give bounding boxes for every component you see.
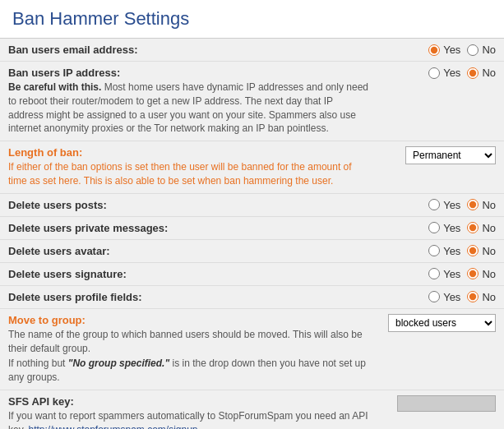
- control-delete-posts: Yes No: [378, 193, 504, 216]
- ban-email-no-radio[interactable]: [467, 44, 479, 56]
- row-move-group: Move to group: The name of the group to …: [0, 308, 504, 390]
- ban-ip-no-radio[interactable]: [467, 67, 479, 79]
- delete-sig-yes-radio[interactable]: [428, 268, 440, 279]
- delete-profile-no-text: No: [482, 291, 496, 303]
- delete-sig-yes-label[interactable]: Yes: [428, 268, 460, 280]
- settings-table: Ban users email address: Yes No Ban: [0, 39, 504, 429]
- ban-email-yes-label[interactable]: Yes: [428, 44, 460, 56]
- label-delete-profile: Delete users profile fields:: [0, 285, 378, 308]
- ban-length-desc: If either of the ban options is set then…: [8, 160, 370, 188]
- radio-pair-ban-email: Yes No: [386, 44, 496, 56]
- ban-ip-label: Ban users IP address:: [8, 67, 120, 79]
- control-delete-pm: Yes No: [378, 216, 504, 239]
- ban-ip-desc-bold: Be careful with this.: [8, 81, 101, 93]
- delete-pm-label: Delete users private messages:: [8, 222, 168, 234]
- radio-pair-delete-posts: Yes No: [386, 199, 496, 211]
- delete-pm-no-radio[interactable]: [467, 222, 479, 233]
- delete-sig-label: Delete users signature:: [8, 268, 127, 280]
- row-delete-pm: Delete users private messages: Yes No: [0, 216, 504, 239]
- control-delete-sig: Yes No: [378, 262, 504, 285]
- delete-avatar-no-label[interactable]: No: [467, 245, 496, 257]
- page-title: Ban Hammer Settings: [0, 0, 504, 39]
- move-group-label: Move to group:: [8, 314, 86, 326]
- delete-posts-no-text: No: [482, 199, 496, 211]
- control-delete-avatar: Yes No: [378, 239, 504, 262]
- row-ban-email: Ban users email address: Yes No: [0, 39, 504, 62]
- control-move-group: blocked users No group specified: [378, 308, 504, 390]
- sfs-api-link[interactable]: http://www.stopforumspam.com/signup: [28, 424, 197, 429]
- delete-pm-no-text: No: [482, 222, 496, 234]
- row-ban-ip: Ban users IP address: Be careful with th…: [0, 62, 504, 141]
- label-ban-email: Ban users email address:: [0, 39, 378, 62]
- ban-email-no-text: No: [482, 44, 496, 56]
- delete-posts-yes-radio[interactable]: [428, 199, 440, 210]
- ban-ip-desc: Be careful with this. Most home users ha…: [8, 81, 370, 136]
- row-delete-posts: Delete users posts: Yes No: [0, 193, 504, 216]
- ban-length-label: Length of ban:: [8, 146, 82, 159]
- ban-ip-yes-radio[interactable]: [428, 67, 440, 79]
- row-delete-profile: Delete users profile fields: Yes No: [0, 285, 504, 308]
- ban-ip-yes-label[interactable]: Yes: [428, 67, 460, 79]
- move-group-desc2: If nothing but "No group specified." is …: [8, 357, 370, 385]
- label-ban-ip: Ban users IP address: Be careful with th…: [0, 62, 378, 141]
- sfs-api-desc-suffix: .: [198, 424, 201, 429]
- delete-profile-yes-radio[interactable]: [428, 291, 440, 302]
- label-ban-length: Length of ban: If either of the ban opti…: [0, 141, 378, 194]
- control-ban-email: Yes No: [378, 39, 504, 62]
- radio-pair-delete-profile: Yes No: [386, 291, 496, 303]
- label-delete-sig: Delete users signature:: [0, 262, 378, 285]
- ban-ip-no-label[interactable]: No: [467, 67, 496, 79]
- delete-profile-yes-label[interactable]: Yes: [428, 291, 460, 303]
- radio-pair-delete-avatar: Yes No: [386, 245, 496, 257]
- control-ban-ip: Yes No: [378, 62, 504, 141]
- move-group-desc2-bold: "No group specified.": [68, 358, 169, 369]
- ban-email-yes-text: Yes: [443, 44, 460, 56]
- ban-email-label: Ban users email address:: [8, 44, 138, 56]
- delete-avatar-label: Delete users avatar:: [8, 245, 110, 257]
- radio-pair-delete-sig: Yes No: [386, 268, 496, 280]
- label-move-group: Move to group: The name of the group to …: [0, 308, 378, 390]
- sfs-api-input[interactable]: [397, 395, 496, 412]
- delete-sig-yes-text: Yes: [443, 268, 460, 280]
- delete-pm-yes-label[interactable]: Yes: [428, 222, 460, 234]
- move-group-select[interactable]: blocked users No group specified: [388, 314, 496, 332]
- delete-avatar-yes-label[interactable]: Yes: [428, 245, 460, 257]
- sfs-api-label: SFS API key:: [8, 395, 74, 408]
- ban-ip-no-text: No: [482, 67, 496, 79]
- delete-pm-yes-radio[interactable]: [428, 222, 440, 233]
- delete-profile-label: Delete users profile fields:: [8, 291, 142, 303]
- ban-length-select[interactable]: Permanent 1 Day 1 Week 1 Month: [405, 146, 496, 164]
- control-sfs-api: [378, 390, 504, 429]
- delete-posts-no-radio[interactable]: [467, 199, 479, 210]
- delete-sig-no-text: No: [482, 268, 496, 280]
- row-delete-sig: Delete users signature: Yes No: [0, 262, 504, 285]
- delete-profile-yes-text: Yes: [443, 291, 460, 303]
- delete-profile-no-label[interactable]: No: [467, 291, 496, 303]
- delete-sig-no-label[interactable]: No: [467, 268, 496, 280]
- label-sfs-api: SFS API key: If you want to report spamm…: [0, 390, 378, 429]
- control-delete-profile: Yes No: [378, 285, 504, 308]
- delete-avatar-no-radio[interactable]: [467, 245, 479, 256]
- delete-posts-yes-text: Yes: [443, 199, 460, 211]
- row-ban-length: Length of ban: If either of the ban opti…: [0, 141, 504, 194]
- label-delete-pm: Delete users private messages:: [0, 216, 378, 239]
- delete-avatar-yes-radio[interactable]: [428, 245, 440, 256]
- delete-pm-yes-text: Yes: [443, 222, 460, 234]
- radio-pair-ban-ip: Yes No: [386, 67, 496, 79]
- ban-email-no-label[interactable]: No: [467, 44, 496, 56]
- delete-pm-no-label[interactable]: No: [467, 222, 496, 234]
- delete-profile-no-radio[interactable]: [467, 291, 479, 302]
- label-delete-avatar: Delete users avatar:: [0, 239, 378, 262]
- row-delete-avatar: Delete users avatar: Yes No: [0, 239, 504, 262]
- row-sfs-api: SFS API key: If you want to report spamm…: [0, 390, 504, 429]
- label-delete-posts: Delete users posts:: [0, 193, 378, 216]
- ban-email-yes-radio[interactable]: [428, 44, 440, 56]
- delete-sig-no-radio[interactable]: [467, 268, 479, 279]
- page-container: Ban Hammer Settings Ban users email addr…: [0, 0, 504, 429]
- delete-posts-yes-label[interactable]: Yes: [428, 199, 460, 211]
- delete-posts-no-label[interactable]: No: [467, 199, 496, 211]
- move-group-desc1: The name of the group to which banned us…: [8, 328, 370, 356]
- ban-ip-yes-text: Yes: [443, 67, 460, 79]
- delete-avatar-no-text: No: [482, 245, 496, 257]
- radio-pair-delete-pm: Yes No: [386, 222, 496, 234]
